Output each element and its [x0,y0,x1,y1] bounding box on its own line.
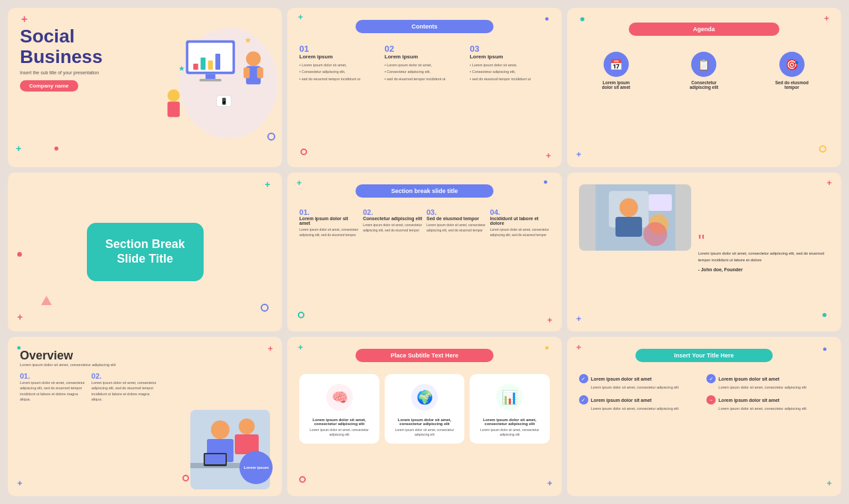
check-icon-1: ✓ [579,374,588,383]
svg-rect-5 [194,64,198,70]
check-title-4: Lorem ipsum dolor sit amet [718,398,779,403]
s5-col3-num: 03. [426,208,486,216]
slide-4: + + Section Break Slide Title [8,172,282,332]
slide-3: + + Agenda 📅 Lorem ipsumdolor sit amet 📋… [567,8,841,167]
slide4-section-box: Section Break Slide Title [87,223,204,281]
s5-col2-title: Consectetur adipiscing elit [363,216,423,221]
card2-title: Lorem ipsum dolor sit amet, consectetur … [390,418,459,426]
title-line1: Social [20,27,158,47]
title-line2: Business [20,47,158,68]
slide8-banner: Place Subtitle Text Here [356,349,493,362]
slide7-cols: 01. Lorem ipsum dolor sit amet, consecte… [20,372,158,402]
s5-col3-body: Lorem ipsum dolor sit amet, consectetur … [426,223,486,233]
check-item-4: − Lorem ipsum dolor sit amet Lorem ipsum… [706,395,829,411]
deco2: + [547,315,553,325]
ov-col1-body: Lorem ipsum dolor sit amet, consectetur … [20,380,86,402]
s5-col2-num: 02. [363,208,423,216]
ov-col-2: 02. Lorem ipsum dolor sit amet, consecte… [92,372,158,402]
s5-col4-num: 04. [490,208,550,216]
deco2: + [546,151,551,160]
slide1-illustration: 📱 ★ ★ [155,12,278,155]
check-header-3: ✓ Lorem ipsum dolor sit amet [579,395,702,405]
slide7-title: Overview [20,349,158,363]
check-item-2: ✓ Lorem ipsum dolor sit amet Lorem ipsum… [706,374,829,390]
deco-dot [580,17,584,21]
slide1-company-btn[interactable]: Company name [20,80,78,92]
deco: + [268,344,273,353]
deco-ring [261,304,269,312]
check-icon-3: ✓ [579,395,588,405]
s5-col3-title: Sed de eiusmod tempor [426,216,486,221]
card1-body: Lorem ipsum dolor sit amet, consectetur … [304,428,373,437]
deco-dot [17,252,22,257]
deco-cross2: + [16,143,21,154]
slide-8: + + Place Subtitle Text Here 🧠 Lorem ips… [287,337,561,496]
card3-icon: 📊 [493,381,526,414]
slide2-cols: 01 Lorem ipsum Lorem ipsum dolor sit ame… [299,44,549,83]
slide2-banner: Contents [356,20,493,33]
deco-dot [545,346,549,349]
svg-text:📱: 📱 [220,97,228,105]
slide6-photo-box [579,184,692,251]
svg-point-27 [211,420,229,439]
card1-icon: 🧠 [323,381,356,414]
slide-6: + + " Lorem ipsum dolor sit amet, consec… [567,172,841,332]
slide7-subtitle: Lorem ipsum dolor sit amet, consectetur … [20,363,158,367]
check-header-4: − Lorem ipsum dolor sit amet [706,395,829,405]
slide4-title: Section Break Slide Title [105,237,185,266]
deco-dot [54,147,58,151]
check-body-2: Lorem ipsum dolor sit amet, consectetur … [706,385,829,390]
slide9-banner: Insert Your Title Here [635,349,773,362]
deco2: + [826,478,832,488]
ov-col2-num: 02. [92,372,158,380]
deco2: + [576,149,582,159]
slide6-quote-side: " Lorem ipsum dolor sit amet, consectetu… [698,184,829,320]
deco2: + [17,478,23,488]
s5-col1-body: Lorem ipsum dolor sit amet, consectetur … [299,227,359,237]
s5-col2-body: Lorem ipsum dolor sit amet, consectetur … [363,223,423,233]
slide-9: + + Insert Your Title Here ✓ Lorem ipsum… [567,337,841,496]
card1-title: Lorem ipsum dolor sit amet, consectetur … [304,418,373,426]
deco-ring [300,149,307,155]
col3-title: Lorem ipsum [470,54,549,60]
slide5-banner: Section break slide title [356,184,493,198]
slide7-circle: Lorem ipsum [239,451,273,484]
col-1: 01 Lorem ipsum Lorem ipsum dolor sit ame… [299,44,379,83]
s5-col4-title: Incididunt ut labore et dolore [490,216,550,225]
check-title-1: Lorem ipsum dolor sit amet [591,377,652,381]
s5-col1-title: Lorem ipsum dolor sit amet [299,216,359,225]
col1-title: Lorem ipsum [299,54,379,60]
card3-body: Lorem ipsum dolor sit amet, consectetur … [475,428,544,437]
slide5-cols: 01. Lorem ipsum dolor sit amet Lorem ips… [299,208,549,237]
slide6-photo [579,184,692,320]
check-title-3: Lorem ipsum dolor sit amet [591,398,652,403]
col1-num: 01 [299,44,379,54]
card-1: 🧠 Lorem ipsum dolor sit amet, consectetu… [299,374,379,444]
deco-tri [41,296,52,305]
deco2: + [17,312,23,322]
check-body-4: Lorem ipsum dolor sit amet, consectetur … [706,406,829,411]
svg-rect-7 [208,60,213,70]
svg-rect-33 [205,454,226,464]
svg-point-9 [246,51,261,66]
s5-col-1: 01. Lorem ipsum dolor sit amet Lorem ips… [299,208,359,237]
svg-rect-8 [216,54,220,70]
check-body-1: Lorem ipsum dolor sit amet, consectetur … [579,385,702,390]
col2-body: Lorem ipsum dolor sit amet, Consectetur … [385,62,464,82]
deco: + [576,342,582,352]
quote-mark: " [698,232,829,251]
svg-text:🧠: 🧠 [331,389,348,405]
s5-col1-num: 01. [299,208,359,216]
check-body-3: Lorem ipsum dolor sit amet, consectetur … [579,406,702,411]
slide7-content: Overview Lorem ipsum dolor sit amet, con… [20,349,158,402]
deco: + [298,12,303,22]
col2-num: 02 [385,44,464,54]
col3-body: Lorem ipsum dolor sit amet, Consectetur … [470,62,549,82]
slide9-check-grid: ✓ Lorem ipsum dolor sit amet Lorem ipsum… [579,374,829,412]
deco: + [296,178,302,188]
ov-col1-num: 01. [20,372,86,380]
svg-point-25 [643,222,667,246]
svg-rect-4 [200,79,222,82]
deco: + [265,179,270,190]
slide-2: + + Contents 01 Lorem ipsum Lorem ipsum … [287,8,561,167]
